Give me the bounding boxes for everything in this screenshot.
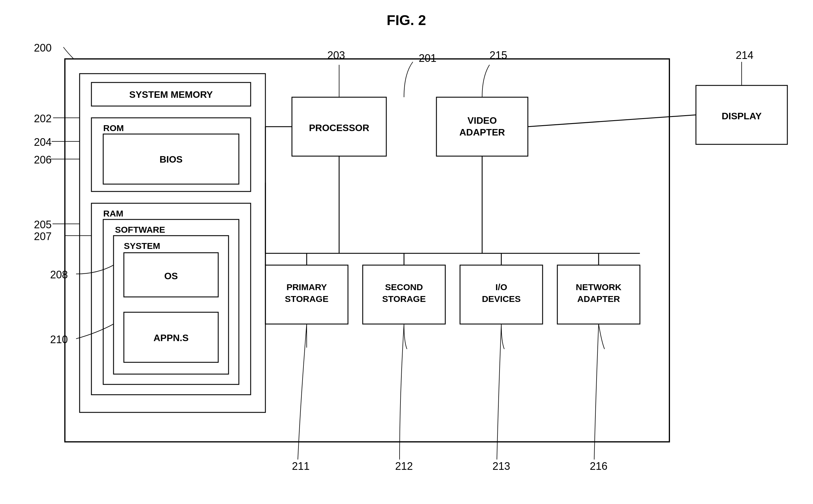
ram-label: RAM — [103, 209, 123, 218]
callout-212-long — [400, 324, 404, 460]
label-210: 210 — [50, 333, 68, 346]
callout-213-long — [497, 324, 501, 460]
callout-213 — [501, 324, 504, 349]
system-label: SYSTEM — [124, 241, 160, 251]
primary-storage-label1: PRIMARY — [286, 282, 327, 292]
callout-211-long — [298, 324, 307, 460]
label-200: 200 — [34, 42, 52, 54]
label-216: 216 — [590, 460, 607, 472]
label-203: 203 — [327, 49, 345, 61]
label-202: 202 — [34, 113, 52, 125]
software-label: SOFTWARE — [115, 225, 165, 234]
label-213: 213 — [492, 460, 510, 472]
label-215: 215 — [489, 49, 507, 61]
callout-201 — [404, 62, 413, 97]
callout-215 — [482, 65, 489, 97]
system-memory-label: SYSTEM MEMORY — [129, 89, 213, 100]
display-label: DISPLAY — [722, 111, 762, 121]
video-adapter-label2: ADAPTER — [459, 127, 505, 138]
video-adapter-box — [436, 97, 528, 156]
label-201: 201 — [419, 52, 436, 64]
second-storage-label1: SECOND — [385, 282, 423, 292]
rom-label: ROM — [103, 123, 124, 133]
label-214: 214 — [736, 49, 753, 61]
label-205: 205 — [34, 219, 52, 231]
system-outer-box — [113, 236, 229, 374]
label-211: 211 — [292, 460, 310, 472]
callout-210 — [76, 324, 113, 339]
label-212: 212 — [395, 460, 413, 472]
second-storage-label2: STORAGE — [382, 294, 426, 304]
callout-212 — [404, 324, 407, 349]
callout-216-long — [594, 324, 598, 460]
video-to-display — [528, 115, 696, 127]
fig-title: FIG. 2 — [387, 12, 426, 28]
callout-200 — [63, 47, 74, 59]
processor-label: PROCESSOR — [309, 123, 369, 133]
video-adapter-label1: VIDEO — [467, 115, 497, 126]
io-devices-label1: I/O — [495, 282, 507, 292]
callout-208 — [76, 265, 113, 274]
appns-label: APPN.S — [153, 333, 188, 343]
diagram-svg: FIG. 2 SYSTEM MEMORY ROM BIOS RAM SOFTWA… — [0, 0, 813, 504]
label-207: 207 — [34, 230, 52, 242]
primary-storage-label2: STORAGE — [285, 294, 329, 304]
label-208: 208 — [50, 269, 68, 281]
label-204: 204 — [34, 136, 52, 148]
network-adapter-label1: NETWORK — [576, 282, 622, 292]
callout-216 — [598, 324, 604, 349]
diagram: FIG. 2 SYSTEM MEMORY ROM BIOS RAM SOFTWA… — [0, 0, 813, 504]
label-206: 206 — [34, 154, 52, 166]
bios-label: BIOS — [159, 154, 182, 165]
network-adapter-label2: ADAPTER — [577, 294, 620, 304]
io-devices-label2: DEVICES — [482, 294, 521, 304]
os-label: OS — [164, 271, 178, 281]
